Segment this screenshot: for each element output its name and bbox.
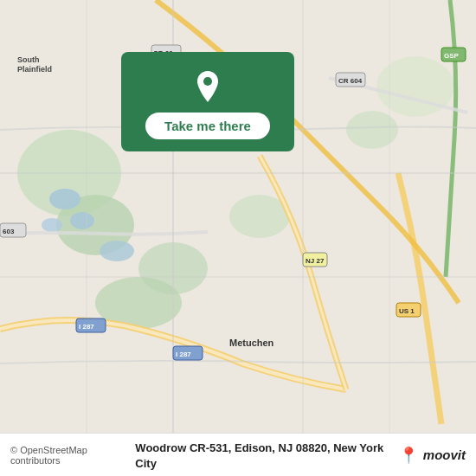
copyright-section: © OpenStreetMap contributors [10,445,135,466]
moovit-label: moovit [423,447,466,462]
location-pin-icon [189,68,227,106]
bottom-bar: © OpenStreetMap contributors Woodrow CR-… [0,433,476,476]
map-view[interactable]: South Plainfield Metuchen 603 CR 604 NJ … [0,0,476,433]
moovit-logo: 📍 moovit [399,446,466,465]
svg-point-8 [49,189,80,209]
svg-text:South: South [17,55,40,64]
svg-point-9 [70,212,94,229]
svg-point-37 [203,77,212,86]
location-card: Take me there [121,52,294,151]
osm-copyright: © OpenStreetMap contributors [10,445,135,466]
moovit-pin-icon: 📍 [399,446,418,465]
svg-text:NJ 27: NJ 27 [306,257,325,265]
take-me-there-button[interactable]: Take me there [145,113,270,139]
svg-text:I 287: I 287 [79,323,94,331]
svg-text:Metuchen: Metuchen [229,338,274,348]
svg-text:I 287: I 287 [176,351,191,358]
svg-point-10 [42,218,62,232]
svg-point-11 [100,241,134,261]
svg-text:CR 604: CR 604 [338,77,363,85]
address-text: Woodrow CR-531, Edison, NJ 08820, New Yo… [135,441,383,470]
svg-text:Plainfield: Plainfield [17,65,52,74]
address-section: Woodrow CR-531, Edison, NJ 08820, New Yo… [135,440,398,471]
svg-text:603: 603 [3,228,15,235]
svg-text:US 1: US 1 [399,307,415,315]
svg-text:GSP: GSP [444,52,460,60]
svg-point-6 [346,111,398,149]
